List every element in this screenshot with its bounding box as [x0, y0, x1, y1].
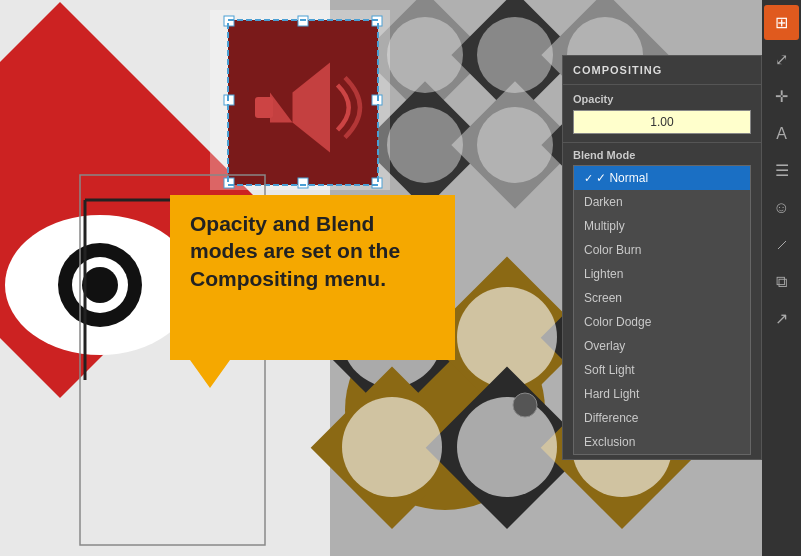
blend-item-normal[interactable]: ✓ Normal: [574, 166, 750, 190]
blend-item-multiply[interactable]: Multiply: [574, 214, 750, 238]
svg-point-25: [342, 397, 442, 497]
svg-point-13: [477, 107, 553, 183]
blend-item-color-burn[interactable]: Color Burn: [574, 238, 750, 262]
blend-item-exclusion[interactable]: Exclusion: [574, 430, 750, 454]
move-icon[interactable]: ✛: [764, 79, 799, 114]
svg-point-9: [387, 17, 463, 93]
svg-rect-44: [298, 178, 308, 188]
opacity-input[interactable]: [573, 110, 751, 134]
blend-item-screen[interactable]: Screen: [574, 286, 750, 310]
blend-item-lighten[interactable]: Lighten: [574, 262, 750, 286]
blend-mode-label: Blend Mode: [573, 149, 751, 161]
edit-icon[interactable]: ⟋: [764, 227, 799, 262]
compositing-title: COMPOSITING: [563, 56, 761, 85]
opacity-label: Opacity: [573, 93, 751, 105]
opacity-section: Opacity: [563, 85, 761, 143]
right-panel: ⊞⤢✛A☰☺⟋⧉↗: [762, 0, 801, 556]
blend-mode-dropdown: ✓ NormalDarkenMultiplyColor BurnLightenS…: [573, 165, 751, 455]
fit-icon[interactable]: ⤢: [764, 42, 799, 77]
text-icon[interactable]: A: [764, 116, 799, 151]
blend-item-soft-light[interactable]: Soft Light: [574, 358, 750, 382]
blend-item-hard-light[interactable]: Hard Light: [574, 382, 750, 406]
blend-item-color-dodge[interactable]: Color Dodge: [574, 310, 750, 334]
blend-item-difference[interactable]: Difference: [574, 406, 750, 430]
svg-point-26: [457, 397, 557, 497]
compositing-panel: COMPOSITING Opacity Blend Mode ✓ NormalD…: [562, 55, 762, 460]
tooltip-text: Opacity and Blend modes are set on the C…: [190, 212, 400, 290]
svg-rect-37: [255, 97, 273, 118]
blend-item-darken[interactable]: Darken: [574, 190, 750, 214]
svg-point-31: [82, 267, 118, 303]
blend-item-overlay[interactable]: Overlay: [574, 334, 750, 358]
blend-mode-section: Blend Mode ✓ NormalDarkenMultiplyColor B…: [563, 143, 761, 459]
mask-icon[interactable]: ☺: [764, 190, 799, 225]
layers-icon[interactable]: ⊞: [764, 5, 799, 40]
tooltip-bubble: Opacity and Blend modes are set on the C…: [178, 202, 446, 300]
link-icon[interactable]: ⧉: [764, 264, 799, 299]
export-icon[interactable]: ↗: [764, 301, 799, 336]
svg-point-10: [477, 17, 553, 93]
list-icon[interactable]: ☰: [764, 153, 799, 188]
svg-point-12: [387, 107, 463, 183]
svg-point-48: [513, 393, 537, 417]
